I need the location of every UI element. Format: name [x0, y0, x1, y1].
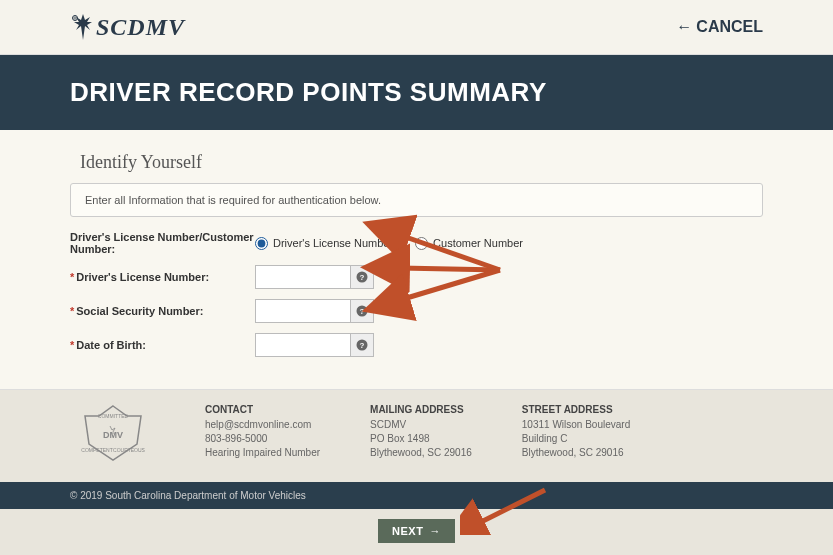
id-type-label: Driver's License Number/Customer Number:	[70, 231, 255, 255]
content-area: Identify Yourself Enter all Information …	[0, 130, 833, 389]
help-icon: ?	[356, 271, 368, 283]
radio-dln[interactable]: Driver's License Number	[255, 237, 393, 250]
dob-label: *Date of Birth:	[70, 339, 255, 351]
footer-street: STREET ADDRESS 10311 Wilson Boulevard Bu…	[522, 404, 630, 464]
cancel-button[interactable]: ← CANCEL	[676, 18, 763, 36]
svg-text:COURTEOUS: COURTEOUS	[113, 447, 146, 453]
street-line1: 10311 Wilson Boulevard	[522, 419, 630, 430]
cancel-label: CANCEL	[696, 18, 763, 36]
svg-text:?: ?	[360, 273, 365, 282]
brand-text: SCDMV	[96, 14, 185, 41]
arrow-left-icon: ←	[676, 18, 692, 36]
next-band: NEXT →	[0, 509, 833, 555]
contact-email-link[interactable]: help@scdmvonline.com	[205, 419, 320, 430]
street-heading: STREET ADDRESS	[522, 404, 630, 415]
hearing-impaired-link[interactable]: Hearing Impaired Number	[205, 447, 320, 458]
ssn-help-button[interactable]: ?	[350, 299, 374, 323]
ssn-row: *Social Security Number: ?	[70, 299, 763, 323]
contact-phone-link[interactable]: 803-896-5000	[205, 433, 320, 444]
radio-dln-label: Driver's License Number	[273, 237, 393, 249]
id-type-radio-group: Driver's License Number Customer Number	[255, 237, 523, 250]
footer-contact: CONTACT help@scdmvonline.com 803-896-500…	[205, 404, 320, 464]
next-label: NEXT	[392, 525, 423, 537]
footer: COMMITTED DMV COMPETENT COURTEOUS CONTAC…	[0, 389, 833, 482]
dln-input[interactable]	[255, 265, 350, 289]
mailing-heading: MAILING ADDRESS	[370, 404, 472, 415]
copyright-text: © 2019 South Carolina Department of Moto…	[70, 490, 306, 501]
help-icon: ?	[356, 339, 368, 351]
svg-text:?: ?	[360, 341, 365, 350]
palmetto-icon	[70, 12, 96, 42]
radio-dln-input[interactable]	[255, 237, 268, 250]
section-heading: Identify Yourself	[80, 152, 753, 173]
contact-heading: CONTACT	[205, 404, 320, 415]
dln-row: *Driver's License Number: ?	[70, 265, 763, 289]
radio-customer-input[interactable]	[415, 237, 428, 250]
ssn-input[interactable]	[255, 299, 350, 323]
dln-help-button[interactable]: ?	[350, 265, 374, 289]
dob-help-button[interactable]: ?	[350, 333, 374, 357]
mailing-line1: SCDMV	[370, 419, 472, 430]
next-button[interactable]: NEXT →	[378, 519, 455, 543]
street-line3: Blythewood, SC 29016	[522, 447, 630, 458]
intro-message: Enter all Information that is required f…	[70, 183, 763, 217]
svg-text:COMPETENT: COMPETENT	[81, 447, 112, 453]
dln-label: *Driver's License Number:	[70, 271, 255, 283]
arrow-right-icon: →	[429, 525, 441, 537]
ssn-label: *Social Security Number:	[70, 305, 255, 317]
brand-logo: SCDMV	[70, 12, 185, 42]
footer-badge: COMMITTED DMV COMPETENT COURTEOUS	[70, 404, 155, 464]
radio-customer[interactable]: Customer Number	[415, 237, 523, 250]
dob-row: *Date of Birth: ?	[70, 333, 763, 357]
help-icon: ?	[356, 305, 368, 317]
page-title: DRIVER RECORD POINTS SUMMARY	[70, 77, 763, 108]
dob-input[interactable]	[255, 333, 350, 357]
mailing-line2: PO Box 1498	[370, 433, 472, 444]
title-band: DRIVER RECORD POINTS SUMMARY	[0, 55, 833, 130]
svg-text:?: ?	[360, 307, 365, 316]
footer-mailing: MAILING ADDRESS SCDMV PO Box 1498 Blythe…	[370, 404, 472, 464]
street-line2: Building C	[522, 433, 630, 444]
header-bar: SCDMV ← CANCEL	[0, 0, 833, 55]
dmv-shield-icon: COMMITTED DMV COMPETENT COURTEOUS	[77, 404, 149, 464]
svg-text:COMMITTED: COMMITTED	[97, 413, 128, 419]
id-type-row: Driver's License Number/Customer Number:…	[70, 231, 763, 255]
radio-customer-label: Customer Number	[433, 237, 523, 249]
copyright-band: © 2019 South Carolina Department of Moto…	[0, 482, 833, 509]
mailing-line3: Blythewood, SC 29016	[370, 447, 472, 458]
